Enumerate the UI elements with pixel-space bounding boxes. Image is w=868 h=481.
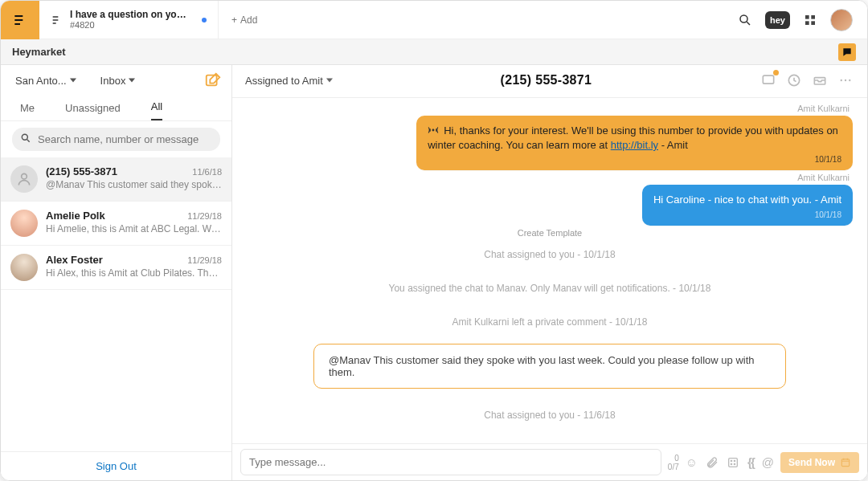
svg-point-21 — [734, 463, 735, 464]
plus-icon: + — [231, 14, 237, 26]
inbox-dropdown[interactable]: Inbox — [100, 75, 136, 87]
send-button[interactable]: Send Now — [780, 452, 859, 473]
topbar: I have a question on your ... #4820 + Ad… — [1, 1, 867, 39]
more-button[interactable] — [837, 71, 854, 89]
inbox-label: Inbox — [100, 75, 126, 87]
add-tab-button[interactable]: + Add — [219, 14, 270, 26]
svg-rect-5 — [811, 21, 815, 25]
system-event: Amit Kulkarni left a private comment - 1… — [247, 316, 853, 328]
tab-me[interactable]: Me — [20, 102, 35, 120]
conversation-item[interactable]: Amelie Polk 11/29/18 Hi Amelie, this is … — [1, 202, 231, 246]
sidebar-top: San Anto... Inbox — [1, 65, 231, 96]
chat-header-icons — [760, 71, 854, 89]
chat-pane: Assigned to Amit (215) 555-3871 — [232, 65, 867, 480]
chat-widget-icon[interactable] — [838, 43, 856, 61]
svg-point-7 — [22, 134, 27, 140]
counter-bottom: 0/7 — [668, 463, 679, 471]
svg-rect-4 — [805, 21, 809, 25]
svg-rect-10 — [763, 75, 773, 84]
attach-button[interactable] — [706, 456, 719, 469]
speech-bubble-icon — [841, 47, 853, 58]
location-dropdown[interactable]: San Anto... — [15, 75, 76, 87]
sender-label: Amit Kulkarni — [247, 173, 850, 182]
svg-point-9 — [22, 173, 27, 179]
chevron-down-icon — [70, 77, 76, 84]
app-frame: I have a question on your ... #4820 + Ad… — [0, 0, 868, 481]
conversation-date: 11/29/18 — [187, 211, 222, 221]
mention-button[interactable]: @ — [762, 455, 774, 469]
message-row: Hi, thanks for your interest. We'll be u… — [247, 116, 853, 170]
conversation-date: 11/29/18 — [187, 255, 222, 265]
chevron-down-icon — [326, 77, 333, 84]
message-bubble: Hi Caroline - nice to chat with you. - A… — [642, 185, 853, 225]
svg-point-15 — [849, 79, 850, 81]
svg-line-1 — [747, 22, 750, 25]
conversation-item[interactable]: Alex Foster 11/29/18 Hi Alex, this is Am… — [1, 246, 231, 290]
brand-logo — [1, 1, 39, 39]
svg-rect-22 — [841, 459, 849, 466]
search-button[interactable] — [738, 13, 752, 27]
compose-input[interactable] — [240, 449, 661, 475]
archive-button[interactable] — [811, 71, 829, 89]
compose-button[interactable] — [204, 71, 222, 89]
more-icon — [838, 73, 853, 88]
private-note: @Manav This customer said they spoke wit… — [313, 344, 786, 389]
chat-body[interactable]: Amit Kulkarni Hi, thanks for your intere… — [232, 98, 867, 443]
emoji-button[interactable]: ☺ — [686, 455, 698, 469]
chat-title: (215) 555-3871 — [333, 73, 760, 88]
ticket-title: I have a question on your ... — [70, 9, 190, 20]
assigned-dropdown[interactable]: Assigned to Amit — [245, 75, 333, 87]
message-link[interactable]: http://bit.ly — [611, 139, 658, 151]
conversation-preview: Hi Alex, this is Amit at Club Pilates. T… — [46, 267, 222, 279]
svg-point-14 — [845, 79, 846, 81]
system-event: You assigned the chat to Manav. Only Man… — [247, 283, 853, 294]
system-event: Chat assigned to you - 11/6/18 — [247, 410, 853, 421]
message-date: 10/1/18 — [428, 154, 841, 165]
search-wrap — [1, 121, 231, 157]
conversation-date: 11/6/18 — [192, 167, 222, 177]
apps-button[interactable] — [803, 13, 817, 27]
conversation-list: (215) 555-3871 11/6/18 @Manav This custo… — [1, 157, 231, 451]
character-counter: 0 0/7 — [668, 454, 679, 471]
sidebar: San Anto... Inbox Me Unassigned — [1, 65, 232, 480]
send-label: Send Now — [788, 457, 835, 468]
avatar — [10, 210, 38, 237]
search-input[interactable] — [12, 128, 220, 151]
compose-icon — [204, 71, 222, 89]
sign-out-button[interactable]: Sign Out — [1, 451, 231, 480]
person-icon — [16, 171, 32, 187]
template-button[interactable] — [727, 456, 739, 469]
calendar-icon — [840, 457, 851, 468]
add-label: Add — [240, 14, 257, 26]
svg-point-18 — [731, 460, 731, 461]
ticket-text: I have a question on your ... #4820 — [70, 9, 190, 31]
schedule-send-icon — [840, 457, 851, 468]
svg-line-8 — [27, 140, 30, 142]
tab-all[interactable]: All — [151, 100, 162, 120]
variables-button[interactable]: {{ — [747, 455, 754, 469]
create-template-link[interactable]: Create Template — [247, 228, 853, 238]
sidebar-tabs: Me Unassigned All — [1, 96, 231, 121]
tab-unassigned[interactable]: Unassigned — [65, 102, 121, 120]
svg-rect-3 — [811, 15, 815, 19]
counter-top: 0 — [668, 454, 679, 463]
broadcast-icon — [428, 124, 439, 136]
user-avatar[interactable] — [830, 9, 853, 31]
search-icon — [738, 13, 752, 27]
schedule-button[interactable] — [785, 71, 803, 89]
topbar-actions: hey — [738, 9, 867, 31]
conversation-item[interactable]: (215) 555-3871 11/6/18 @Manav This custo… — [1, 157, 231, 202]
message-text: Hi Caroline - nice to chat with you. - A… — [653, 194, 841, 206]
ticket-icon — [51, 14, 63, 26]
composer: 0 0/7 ☺ {{ @ Send Now — [232, 443, 867, 480]
conversation-preview: Hi Amelie, this is Amit at ABC Legal. Wa… — [46, 223, 222, 234]
grid-icon — [804, 14, 817, 26]
ticket-tab[interactable]: I have a question on your ... #4820 — [39, 1, 219, 39]
message-suffix: - Amit — [658, 139, 688, 151]
hey-badge[interactable]: hey — [765, 11, 790, 29]
ticket-id: #4820 — [70, 20, 190, 31]
notification-dot — [773, 70, 779, 75]
composer-tools: ☺ {{ @ — [686, 455, 774, 469]
notification-button[interactable] — [760, 71, 777, 89]
message-row: Hi Caroline - nice to chat with you. - A… — [247, 185, 853, 225]
